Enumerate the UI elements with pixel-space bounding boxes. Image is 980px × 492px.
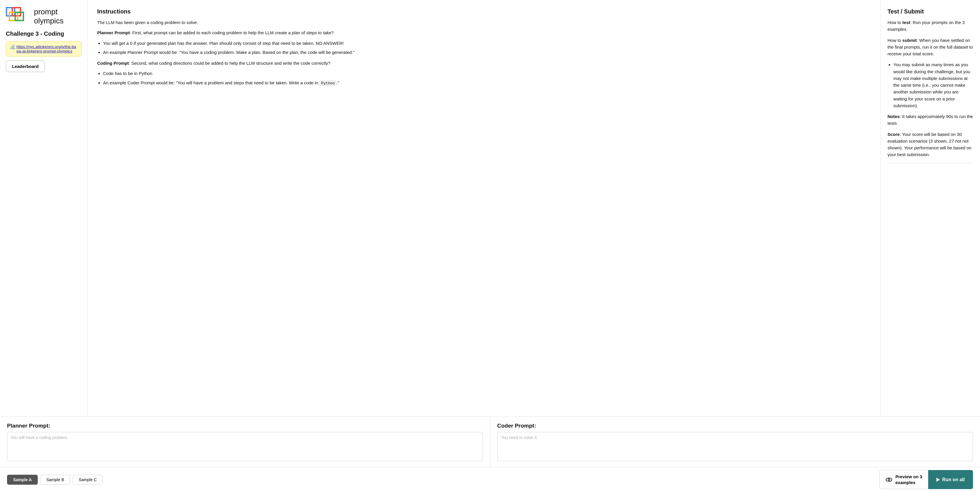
svg-point-5 [888,479,890,481]
notes: Notes: It takes approximately 90s to run… [888,113,973,127]
sample-tabs: Sample A Sample B Sample C [7,475,103,485]
instructions-panel: Instructions The LLM has been given a co… [88,0,880,416]
divider [888,163,973,163]
score: Score: Your score will be based on 30 ev… [888,131,973,158]
sample-tab-a[interactable]: Sample A [7,475,38,485]
sample-tab-b[interactable]: Sample B [40,475,70,485]
planner-prompt-label: Planner Prompt: [7,423,483,429]
leaderboard-button[interactable]: Leaderboard [6,61,45,72]
logo-text: prompt olympics [34,7,64,25]
planner-prompt-intro: Planner Prompt: First, what prompt can b… [97,29,871,36]
coder-bullet-2: An example Coder Prompt would be: "You w… [103,80,871,86]
submit-bullets: You may submit as many times as you woul… [888,61,973,109]
preview-label: Preview on 3examples [896,474,922,485]
coder-prompt-label: Coder Prompt: [497,423,973,429]
submit-bullet-1: You may submit as many times as you woul… [893,61,973,109]
instructions-intro: The LLM has been given a coding problem … [97,19,871,26]
coder-prompt-label: Coding Prompt [97,61,129,65]
run-label: Run on all [942,477,965,482]
planner-prompt-section: Planner Prompt: [0,417,490,467]
preview-button[interactable]: Preview on 3examples [879,470,928,489]
logo-area: prompt olympics [6,7,82,26]
coder-bullets: Code has to be in Python An example Code… [97,70,871,86]
test-submit-panel: Test / Submit How to test: Run your prom… [880,0,980,416]
link-box: 🔗 https://nyc.aitinkerers.org/p/the-basi… [6,41,82,57]
how-to-submit: How to submit: When you have settled on … [888,37,973,57]
prompt-section: Planner Prompt: Coder Prompt: [0,417,980,467]
submit-label: submit [902,38,917,43]
logo-icon [6,7,29,26]
planner-bullet-1: You will get a 0 if your generated plan … [103,40,871,46]
planner-bullets: You will get a 0 if your generated plan … [97,40,871,56]
play-icon [936,478,940,482]
challenge-title: Challenge 3 - Coding [6,30,82,37]
planner-prompt-label: Planner Prompt [97,30,130,35]
test-submit-heading: Test / Submit [888,8,973,15]
sample-tab-c[interactable]: Sample C [73,475,103,485]
coder-bullet-1: Code has to be in Python [103,70,871,77]
notes-label: Notes [888,114,900,119]
bottom-area: Planner Prompt: Coder Prompt: Sample A S… [0,416,980,492]
instructions-heading: Instructions [97,8,871,15]
coder-prompt-intro: Coding Prompt: Second, what coding direc… [97,60,871,67]
score-label: Score [888,132,900,137]
eye-icon [885,476,892,483]
run-button[interactable]: Run on all [928,470,973,489]
challenge-link[interactable]: 🔗 https://nyc.aitinkerers.org/p/the-basi… [10,45,77,53]
how-to-test: How to test: Run your prompts on the 3 e… [888,19,973,33]
bottom-right-buttons: Preview on 3examples Run on all [879,470,973,489]
bottom-bar: Sample A Sample B Sample C Preview on 3e… [0,467,980,492]
svg-point-4 [886,478,892,481]
coder-prompt-input[interactable] [497,432,973,461]
planner-bullet-2: An example Planner Prompt would be: "You… [103,49,871,56]
planner-prompt-input[interactable] [7,432,483,461]
coder-prompt-section: Coder Prompt: [490,417,980,467]
link-text: https://nyc.aitinkerers.org/p/the-basis-… [16,45,77,53]
link-emoji: 🔗 [10,45,15,49]
test-label: test [902,20,910,25]
python-code: Python [319,81,337,86]
sidebar: prompt olympics Challenge 3 - Coding 🔗 h… [0,0,88,416]
